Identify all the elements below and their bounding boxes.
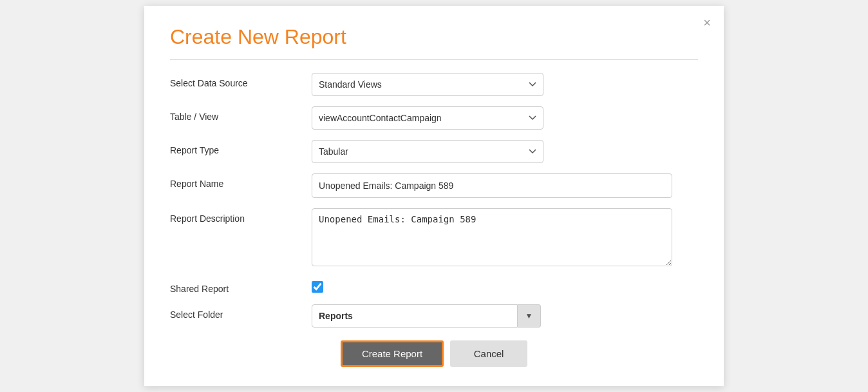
select-folder-label: Select Folder [170, 304, 312, 320]
data-source-row: Select Data Source Standard Views Custom… [170, 73, 698, 96]
chevron-down-icon: ▼ [525, 311, 533, 320]
report-type-label: Report Type [170, 140, 312, 155]
shared-report-checkbox[interactable] [312, 281, 323, 293]
select-folder-control: ▼ [312, 304, 698, 328]
folder-row: ▼ [312, 304, 698, 328]
report-name-row: Report Name [170, 173, 698, 198]
report-description-textarea[interactable]: Unopened Emails: Campaign 589 [312, 208, 672, 266]
folder-input[interactable] [312, 304, 518, 328]
shared-report-control [312, 279, 698, 293]
report-name-label: Report Name [170, 173, 312, 189]
report-type-control: Tabular Summary Matrix [312, 140, 698, 163]
select-folder-row: Select Folder ▼ [170, 304, 698, 328]
close-button[interactable]: × [703, 16, 711, 29]
report-description-label: Report Description [170, 208, 312, 224]
folder-dropdown-button[interactable]: ▼ [518, 304, 541, 328]
shared-report-row: Shared Report [170, 279, 698, 294]
table-view-select[interactable]: viewAccountContactCampaign viewContacts … [312, 106, 543, 130]
create-report-dialog: × Create New Report Select Data Source S… [144, 6, 724, 386]
divider [170, 59, 698, 60]
report-description-row: Report Description Unopened Emails: Camp… [170, 208, 698, 268]
button-row: Create Report Cancel [170, 340, 698, 367]
data-source-select[interactable]: Standard Views Custom Views All Views [312, 73, 543, 96]
report-name-input[interactable] [312, 173, 672, 198]
shared-report-label: Shared Report [170, 279, 312, 294]
report-name-control [312, 173, 698, 198]
table-view-control: viewAccountContactCampaign viewContacts … [312, 106, 698, 130]
report-description-control: Unopened Emails: Campaign 589 [312, 208, 698, 268]
data-source-label: Select Data Source [170, 73, 312, 88]
cancel-button[interactable]: Cancel [450, 340, 527, 367]
create-report-button[interactable]: Create Report [341, 340, 444, 367]
table-view-label: Table / View [170, 106, 312, 122]
report-type-select[interactable]: Tabular Summary Matrix [312, 140, 543, 163]
report-type-row: Report Type Tabular Summary Matrix [170, 140, 698, 163]
data-source-control: Standard Views Custom Views All Views [312, 73, 698, 96]
dialog-title: Create New Report [170, 25, 698, 49]
table-view-row: Table / View viewAccountContactCampaign … [170, 106, 698, 130]
